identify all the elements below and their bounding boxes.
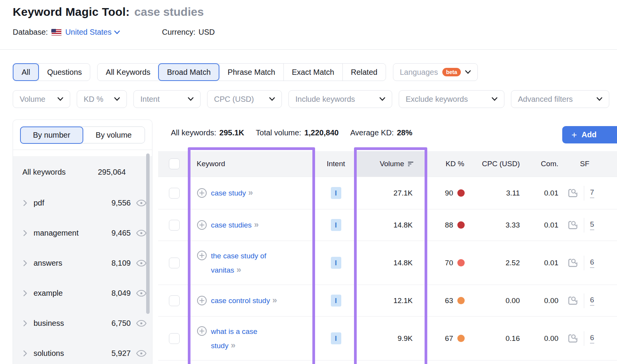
serp-features-count[interactable]: 6 (590, 296, 594, 306)
intent-badge-informational: I (331, 219, 341, 231)
expand-keyword-icon[interactable]: » (254, 220, 258, 229)
tab-all[interactable]: All (13, 63, 39, 81)
page-title-query: case studies (134, 5, 204, 19)
add-keyword-icon[interactable] (197, 220, 207, 230)
group-count: 9,556 (111, 199, 131, 207)
eye-icon[interactable] (136, 320, 147, 327)
toggle-by-volume[interactable]: By volume (83, 127, 145, 143)
serp-preview-icon[interactable] (568, 296, 578, 305)
group-item-answers[interactable]: answers 8,109 (13, 248, 152, 278)
languages-dropdown[interactable]: Languages beta (393, 63, 478, 81)
languages-label: Languages (400, 68, 438, 77)
stat-all-keywords: All keywords: 295.1K (171, 128, 244, 137)
row-checkbox[interactable] (169, 333, 180, 344)
add-keyword-icon[interactable] (197, 326, 207, 336)
filter-include-keywords[interactable]: Include keywords (288, 90, 392, 108)
serp-preview-icon[interactable] (568, 220, 578, 230)
group-item-management[interactable]: management 9,465 (13, 218, 152, 248)
stat-value: 1,220,840 (304, 128, 339, 137)
filter-intent[interactable]: Intent (133, 90, 201, 108)
table-row: case studies» I 14.8K 88 3.33 0.01 5 (158, 209, 617, 241)
column-header-sf[interactable]: SF (561, 151, 617, 177)
row-checkbox[interactable] (169, 188, 180, 199)
header-divider (0, 49, 617, 50)
com-value: 0.01 (522, 241, 561, 285)
add-button-label: Add (582, 130, 597, 139)
com-value: 0.01 (522, 177, 561, 209)
group-item-business[interactable]: business 6,750 (13, 308, 152, 338)
column-header-cpc[interactable]: CPC (USD) (467, 151, 522, 177)
stat-value: 295.1K (219, 128, 244, 137)
com-value: 0.00 (522, 317, 561, 360)
table-row: the case study of vanitas» I 14.8K 70 2.… (158, 241, 617, 285)
tab-phrase-match[interactable]: Phrase Match (219, 64, 283, 81)
keyword-link[interactable]: case control study (211, 297, 270, 305)
expand-keyword-icon[interactable]: » (236, 265, 240, 275)
row-checkbox[interactable] (169, 220, 180, 231)
kd-difficulty-dot (457, 259, 465, 266)
page-title-main: Keyword Magic Tool: (13, 5, 130, 19)
eye-icon[interactable] (136, 290, 147, 297)
eye-icon[interactable] (136, 199, 147, 207)
group-label: pdf (34, 199, 44, 207)
serp-features-count[interactable]: 7 (590, 188, 594, 198)
expand-keyword-icon[interactable]: » (248, 188, 252, 197)
tab-related[interactable]: Related (342, 64, 386, 81)
keyword-link[interactable]: case study (211, 189, 246, 197)
chevron-down-icon (379, 97, 385, 101)
serp-features-count[interactable]: 6 (590, 258, 594, 268)
add-keyword-icon[interactable] (197, 250, 207, 261)
row-checkbox[interactable] (169, 295, 180, 306)
chevron-down-icon (492, 97, 497, 101)
filter-cpc[interactable]: CPC (USD) (207, 90, 282, 108)
expand-keyword-icon[interactable]: » (272, 295, 276, 305)
page-title: Keyword Magic Tool: case studies (13, 5, 204, 19)
volume-value: 27.1K (356, 177, 427, 209)
group-item-all-keywords[interactable]: All keywords 295,064 (13, 156, 152, 188)
group-item-solutions[interactable]: solutions 5,927 (13, 338, 152, 364)
column-header-kd[interactable]: KD % (427, 151, 467, 177)
filter-volume[interactable]: Volume (13, 90, 70, 108)
kd-difficulty-dot (457, 297, 465, 304)
sidebar-scrollbar[interactable] (146, 153, 150, 314)
eye-icon[interactable] (136, 350, 147, 357)
chevron-right-icon (23, 260, 27, 266)
filter-kd[interactable]: KD % (77, 90, 127, 108)
filter-advanced[interactable]: Advanced filters (511, 90, 609, 108)
serp-preview-icon[interactable] (568, 188, 578, 198)
filter-volume-label: Volume (20, 95, 46, 104)
database-selector[interactable]: United States (65, 28, 120, 37)
chevron-right-icon (23, 320, 27, 327)
serp-preview-icon[interactable] (568, 258, 578, 268)
filter-intent-label: Intent (140, 95, 160, 104)
add-keywords-button[interactable]: + Add (562, 126, 617, 143)
add-keyword-icon[interactable] (197, 188, 207, 198)
column-header-volume[interactable]: Volume (356, 151, 427, 177)
tab-broad-match[interactable]: Broad Match (158, 63, 219, 81)
column-header-com[interactable]: Com. (522, 151, 561, 177)
tab-questions[interactable]: Questions (39, 64, 90, 81)
column-header-keyword[interactable]: Keyword (190, 151, 316, 177)
group-item-example[interactable]: example 8,049 (13, 278, 152, 308)
serp-features-count[interactable]: 6 (590, 334, 594, 344)
keyword-link[interactable]: case studies (211, 221, 252, 229)
add-keyword-icon[interactable] (197, 295, 207, 306)
kd-value: 70 (445, 259, 453, 267)
tab-all-keywords[interactable]: All Keywords (98, 64, 158, 81)
currency-label: Currency: (162, 28, 196, 37)
serp-features-count[interactable]: 5 (590, 220, 594, 230)
toggle-by-number[interactable]: By number (20, 126, 84, 144)
stat-label: All keywords: (171, 128, 216, 137)
select-all-checkbox[interactable] (169, 158, 180, 169)
column-header-intent[interactable]: Intent (316, 151, 356, 177)
group-item-pdf[interactable]: pdf 9,556 (13, 188, 152, 218)
row-checkbox[interactable] (169, 258, 180, 268)
expand-keyword-icon[interactable]: » (231, 340, 234, 350)
tab-exact-match[interactable]: Exact Match (283, 64, 342, 81)
filter-exclude-label: Exclude keywords (406, 95, 468, 104)
filter-exclude-keywords[interactable]: Exclude keywords (399, 90, 504, 108)
eye-icon[interactable] (136, 260, 147, 267)
stat-label: Total volume: (256, 128, 301, 137)
eye-icon[interactable] (136, 229, 147, 237)
serp-preview-icon[interactable] (568, 334, 578, 343)
